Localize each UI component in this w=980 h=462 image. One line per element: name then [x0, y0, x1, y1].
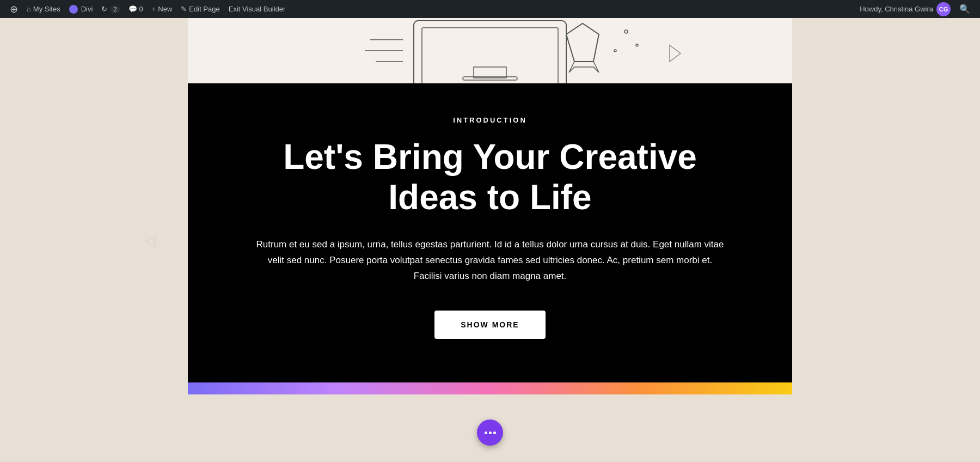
- comments-item[interactable]: 💬 0: [124, 0, 148, 18]
- wp-logo-icon: ⊕: [10, 3, 18, 15]
- menu-dot-2: [489, 431, 492, 434]
- svg-rect-2: [474, 67, 506, 78]
- pencil-icon: ✎: [181, 5, 187, 13]
- black-section: INTRODUCTION Let's Bring Your Creative I…: [188, 83, 792, 382]
- section-label: INTRODUCTION: [453, 116, 527, 124]
- divi-item[interactable]: Divi: [65, 0, 97, 18]
- sync-icon: ↻: [101, 5, 107, 13]
- wp-logo-item[interactable]: ⊕: [5, 0, 22, 18]
- show-more-button[interactable]: SHOW MORE: [434, 311, 545, 339]
- page-content: ◁ ▷: [0, 18, 980, 462]
- admin-bar: ⊕ ⌂ My Sites Divi ↻ 2 💬 0 + New ✎ Edit P…: [0, 0, 980, 18]
- section-title: Let's Bring Your Creative Ideas to Life: [245, 137, 735, 217]
- plus-icon: +: [152, 5, 156, 13]
- new-label: New: [158, 5, 172, 13]
- home-icon: ⌂: [27, 5, 31, 13]
- updates-item[interactable]: ↻ 2: [97, 0, 124, 18]
- search-icon: 🔍: [959, 4, 970, 14]
- my-sites-item[interactable]: ⌂ My Sites: [22, 0, 65, 18]
- svg-rect-3: [463, 77, 517, 80]
- svg-point-5: [636, 44, 638, 46]
- user-avatar: CG: [936, 2, 951, 16]
- comment-icon: 💬: [128, 5, 137, 13]
- divi-logo-icon: [69, 5, 78, 14]
- canvas-wrapper: ◁ ▷: [188, 18, 792, 462]
- comments-count: 0: [139, 5, 143, 13]
- edit-page-item[interactable]: ✎ Edit Page: [176, 0, 224, 18]
- illustration-section: [188, 18, 792, 83]
- svg-point-4: [624, 30, 628, 33]
- illustration-content: [188, 18, 792, 83]
- svg-point-6: [614, 50, 616, 52]
- admin-bar-right: Howdy, Christina Gwira CG 🔍: [855, 0, 975, 18]
- page-illustration: [245, 18, 735, 83]
- edit-page-label: Edit Page: [189, 5, 219, 13]
- gradient-bar: [188, 382, 792, 394]
- updates-count: 2: [111, 5, 119, 13]
- new-item[interactable]: + New: [148, 0, 177, 18]
- floating-menu-button[interactable]: [477, 420, 503, 446]
- nav-arrow-left[interactable]: ◁: [144, 231, 156, 249]
- user-greeting-text: Howdy, Christina Gwira: [860, 5, 933, 13]
- section-body: Rutrum et eu sed a ipsum, urna, tellus e…: [256, 237, 724, 284]
- exit-visual-builder-label: Exit Visual Builder: [229, 5, 286, 13]
- exit-visual-builder-item[interactable]: Exit Visual Builder: [224, 0, 290, 18]
- svg-rect-0: [414, 21, 566, 83]
- divi-label: Divi: [81, 5, 93, 13]
- page-margin-left: [0, 18, 188, 462]
- svg-rect-1: [422, 28, 558, 83]
- search-button[interactable]: 🔍: [955, 0, 975, 18]
- user-greeting[interactable]: Howdy, Christina Gwira CG: [855, 2, 955, 16]
- menu-dot-3: [493, 431, 496, 434]
- page-margin-right: [792, 18, 980, 462]
- my-sites-label: My Sites: [33, 5, 60, 13]
- svg-marker-10: [670, 45, 681, 62]
- menu-dot-1: [485, 431, 487, 434]
